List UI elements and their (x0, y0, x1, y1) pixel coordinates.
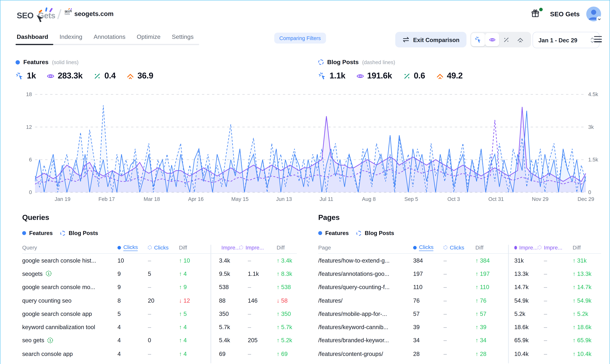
gift-button[interactable] (531, 9, 542, 21)
impressions-diff-cell: ↑ 350 (268, 310, 297, 317)
breadcrumb-site[interactable]: seogets.com (74, 10, 113, 17)
blog-position-stat: 49.2 (436, 71, 463, 81)
blog-impressions-stat: 191.6k (356, 71, 392, 81)
clicks-current-cell: 34 (413, 337, 444, 344)
column-divider (508, 245, 509, 363)
table-row[interactable]: /features/query-counting-f...110–↑ 11014… (318, 280, 601, 294)
col-imp-diff[interactable]: Diff (566, 245, 595, 251)
app-logo[interactable]: SEOGets (17, 8, 55, 23)
clicks-current-cell: 5 (117, 310, 148, 317)
table-row[interactable]: seo gets 140↑ 45.4k205↑ 5.2k (22, 334, 297, 347)
query-cell: google search console hist... (22, 257, 117, 264)
tab-settings[interactable]: Settings (172, 33, 194, 45)
clicks-compare-cell: – (148, 310, 179, 317)
percent-icon (93, 72, 102, 80)
tab-optimize[interactable]: Optimize (137, 33, 161, 45)
legend-blog-posts[interactable]: Blog Posts (61, 230, 98, 236)
percent-icon (402, 72, 411, 80)
col-impressions-blog[interactable]: Impre... (538, 245, 566, 251)
col-page[interactable]: Page (318, 245, 413, 251)
clicks-compare-cell: – (444, 257, 475, 264)
legend-features[interactable]: Features (22, 230, 53, 236)
toggle-clicks-cursor[interactable] (471, 33, 485, 46)
col-diff[interactable]: Diff (475, 245, 508, 251)
table-row[interactable]: /features/annotations-goo...197–↑ 19713.… (318, 267, 601, 280)
tab-indexing[interactable]: Indexing (59, 33, 82, 45)
table-row[interactable]: keyword cannibalization tool4–↑ 45.7k–↑ … (22, 320, 297, 334)
clicks-current-cell: 4 (117, 337, 148, 344)
clicks-diff-cell: ↑ 5 (179, 310, 210, 317)
table-row[interactable]: /features/how-to-extend-g...384–↑ 38431k… (318, 254, 601, 267)
impressions-diff-cell: ↑ 31k (566, 257, 595, 264)
impressions-current-cell: 5.7k (210, 324, 239, 330)
pages-title: Pages (318, 213, 601, 222)
impressions-compare-cell: – (239, 324, 268, 330)
table-row[interactable]: /features/mobile-app-for-...57–↑ 575.2k–… (318, 307, 601, 320)
clicks-current-cell: 28 (413, 350, 444, 357)
impressions-current-cell: 350 (210, 310, 239, 317)
col-impressions-features[interactable]: Impre... (508, 245, 538, 251)
blog-posts-dashed-circle-icon (357, 231, 361, 236)
col-diff[interactable]: Diff (179, 245, 210, 251)
comparing-filters-badge[interactable]: Comparing Filters (274, 33, 326, 43)
queries-title: Queries (22, 213, 297, 222)
menu-button[interactable] (594, 36, 602, 42)
table-row[interactable]: google search console hist...10–↑ 103.4k… (22, 254, 297, 267)
query-cell: query counting seo (22, 297, 117, 303)
toggle-ctr-percent[interactable] (499, 33, 513, 46)
legend-blog-posts[interactable]: Blog Posts (357, 230, 394, 236)
impressions-compare-cell: 1.1k (239, 270, 268, 277)
impressions-current-cell: 14.7k (508, 284, 538, 290)
impressions-compare-cell: 146 (239, 297, 268, 303)
tab-annotations[interactable]: Annotations (94, 33, 125, 45)
page-cell: /features/how-to-extend-g... (318, 257, 413, 264)
features-impressions-stat: 283.3k (46, 71, 83, 81)
col-impressions-features[interactable]: Impre... (210, 245, 239, 251)
table-row[interactable]: search console app4–↑ 469–↑ 69 (22, 347, 297, 360)
chevron-updown-icon (590, 37, 595, 43)
table-row[interactable]: google search console app5–↑ 5350–↑ 350 (22, 307, 297, 320)
table-row[interactable]: query counting seo820↓ 1288146↓ 58 (22, 294, 297, 307)
clicks-cursor-icon (15, 72, 24, 80)
clicks-current-cell: 197 (413, 270, 444, 277)
x-tick: Dec 29 (578, 196, 594, 202)
query-cell: seo gets 1 (22, 337, 117, 344)
breadcrumb-separator (57, 9, 62, 19)
impressions-current-cell: 18.6k (508, 324, 538, 330)
col-clicks-blog[interactable]: Clicks (444, 245, 475, 251)
impressions-compare-cell: – (239, 257, 268, 264)
clicks-diff-cell: ↑ 4 (179, 337, 210, 344)
table-row[interactable]: /features/keyword-cannib...39–↑ 3918.6k–… (318, 320, 601, 334)
table-row[interactable]: google search console mo...9–↑ 9538–↑ 53… (22, 280, 297, 294)
traffic-chart[interactable] (35, 92, 586, 194)
x-tick: Nov 29 (532, 196, 548, 202)
clicks-diff-cell: ↑ 4 (179, 270, 210, 277)
table-row[interactable]: /features/content-groups/28–↑ 2810.4k–↑ … (318, 347, 601, 360)
date-range-select[interactable]: Jan 1 - Dec 29 (533, 32, 599, 48)
x-tick: Jul 11 (320, 196, 333, 202)
col-clicks-blog[interactable]: Clicks (148, 245, 179, 251)
col-impressions-blog[interactable]: Impre... (239, 245, 268, 251)
col-imp-diff[interactable]: Diff (268, 245, 297, 251)
clicks-current-cell: 10 (117, 257, 148, 264)
page-cell: /features/annotations-goo... (318, 270, 413, 277)
clicks-compare-cell: – (148, 284, 179, 290)
col-query[interactable]: Query (22, 245, 117, 251)
col-clicks-features[interactable]: Clicks (413, 244, 444, 251)
clicks-compare-cell: 0 (148, 337, 179, 344)
page-cell: /features/branded-keywor... (318, 337, 413, 344)
table-row[interactable]: /features/76–↑ 7654.9k–↑ 54.9k (318, 294, 601, 307)
seo-gets-dashboard: SEOGets SEO Gets seogets.com SEO Gets Da… (0, 0, 610, 364)
clicks-compare-cell: – (444, 324, 475, 330)
tab-dashboard[interactable]: Dashboard (17, 33, 48, 45)
exit-comparison-button[interactable]: Exit Comparison (395, 32, 467, 47)
queries-table-header: Query Clicks Clicks Diff Impre... Impre.… (22, 242, 297, 254)
account-menu-chevron[interactable] (596, 16, 602, 22)
impressions-compare-cell: – (538, 324, 566, 330)
table-row[interactable]: /features/branded-keywor...34–↑ 3465.9k–… (318, 334, 601, 347)
toggle-impressions-eye[interactable] (485, 33, 499, 46)
col-clicks-features[interactable]: Clicks (117, 244, 148, 251)
table-row[interactable]: seogets 195↑ 49.5k1.1k↑ 8.3k (22, 267, 297, 280)
legend-features[interactable]: Features (318, 230, 349, 236)
toggle-position-chevron[interactable] (513, 33, 527, 46)
